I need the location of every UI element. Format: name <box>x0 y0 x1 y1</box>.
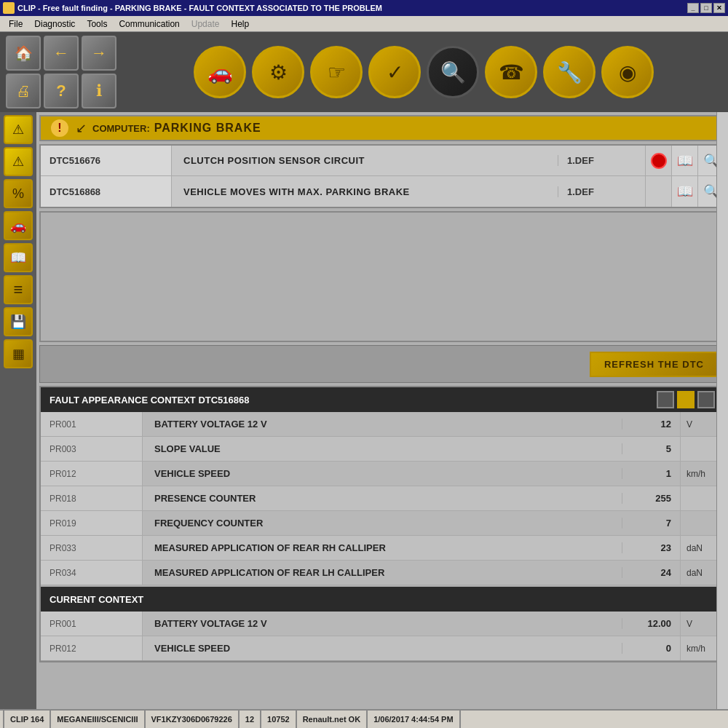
red-circle-icon <box>651 153 667 169</box>
ctx-row-3: PR018 PRESENCE COUNTER 255 <box>41 486 724 511</box>
ctx-square-btn-2[interactable] <box>677 391 695 408</box>
status-num: 10752 <box>261 711 297 728</box>
dtc-book-btn-2[interactable]: 📖 <box>671 176 697 207</box>
ctx-row-2: PR012 VEHICLE SPEED 1 km/h <box>41 462 724 486</box>
forward-button[interactable]: → <box>82 36 116 71</box>
cur-ctx-desc-1: VEHICLE SPEED <box>143 643 622 654</box>
side-toolbar: ⚠ ⚠ % 🚗 📖 ≡ 💾 ▦ <box>0 112 36 709</box>
ctx-pr-0: PR001 <box>41 412 143 436</box>
percent-button[interactable]: % <box>4 179 33 208</box>
ctx-pr-3: PR018 <box>41 486 143 510</box>
ctx-desc-0: BATTERY VOLTAGE 12 V <box>143 419 622 430</box>
vehicle-button[interactable]: 🚗 <box>194 46 246 98</box>
back-button[interactable]: ← <box>44 36 79 71</box>
minimize-button[interactable]: _ <box>687 3 699 13</box>
title-bar-icon <box>3 2 15 14</box>
refresh-area: REFRESH THE DTC <box>39 345 725 383</box>
close-button[interactable]: ✕ <box>713 3 725 13</box>
ctx-pr-6: PR034 <box>41 561 143 585</box>
ctx-val-6: 24 <box>622 567 680 578</box>
print-button[interactable]: 🖨 <box>6 74 41 108</box>
ctx-desc-1: SLOPE VALUE <box>143 443 622 454</box>
book-side-button[interactable]: 📖 <box>4 243 33 272</box>
menu-diagnostic[interactable]: Diagnostic <box>28 17 81 31</box>
dtc-status-2: 1.DEF <box>558 186 645 197</box>
cur-ctx-pr-1: PR012 <box>41 636 143 660</box>
fault-context-section: FAULT APPEARANCE CONTEXT DTC516868 PR001… <box>39 386 725 662</box>
toolbar-row-bottom: 🖨 ? ℹ <box>6 74 116 108</box>
scrollbar[interactable] <box>716 112 728 709</box>
ctx-desc-4: FREQUENCY COUNTER <box>143 518 622 529</box>
current-context-title: CURRENT CONTEXT <box>50 594 143 605</box>
menu-help[interactable]: Help <box>225 17 255 31</box>
ctx-row-0: PR001 BATTERY VOLTAGE 12 V 12 V <box>41 412 724 437</box>
dtc-indicator-1 <box>645 146 671 175</box>
empty-area <box>39 211 725 342</box>
computer-header: ! ↙ COMPUTER: PARKING BRAKE <box>39 115 725 141</box>
ctx-pr-2: PR012 <box>41 462 143 486</box>
menu-communication[interactable]: Communication <box>113 17 185 31</box>
ctx-val-2: 1 <box>622 468 680 479</box>
ctx-square-btn-3[interactable] <box>697 391 715 408</box>
ctx-desc-6: MEASURED APPLICATION OF REAR LH CALLIPER <box>143 567 622 578</box>
ctx-desc-2: VEHICLE SPEED <box>143 468 622 479</box>
warning2-button[interactable]: ⚠ <box>4 147 33 176</box>
cur-ctx-val-0: 12.00 <box>622 618 680 629</box>
toolbar-row-top: 🏠 ← → <box>6 36 116 71</box>
transmission-button[interactable]: ⚙ <box>252 46 304 98</box>
maximize-button[interactable]: □ <box>700 3 712 13</box>
list-button[interactable]: ≡ <box>4 275 33 304</box>
search-button[interactable]: 🔍 <box>427 46 479 98</box>
ctx-row-6: PR034 MEASURED APPLICATION OF REAR LH CA… <box>41 561 724 585</box>
dtc-book-btn-1[interactable]: 📖 <box>671 146 697 175</box>
ctx-row-1: PR003 SLOPE VALUE 5 <box>41 437 724 462</box>
warning1-button[interactable]: ⚠ <box>4 115 33 144</box>
cur-ctx-desc-0: BATTERY VOLTAGE 12 V <box>143 618 622 629</box>
car-side-button[interactable]: 🚗 <box>4 211 33 240</box>
home-button[interactable]: 🏠 <box>6 36 41 71</box>
status-vin: VF1KZY306D0679226 <box>146 711 240 728</box>
dtc-code-1: DTC516676 <box>41 146 172 175</box>
toolbar-rounds: 🚗 ⚙ ☞ ✓ 🔍 ☎ 🔧 ◉ <box>125 46 722 98</box>
help-button[interactable]: ? <box>44 74 79 108</box>
toolbar: 🏠 ← → 🖨 ? ℹ 🚗 ⚙ ☞ ✓ 🔍 ☎ 🔧 ◉ <box>0 32 728 112</box>
ctx-val-4: 7 <box>622 518 680 529</box>
cur-ctx-row-1: PR012 VEHICLE SPEED 0 km/h <box>41 636 724 661</box>
cur-ctx-val-1: 0 <box>622 643 680 654</box>
computer-arrow: ↙ <box>76 120 87 136</box>
menu-bar: File Diagnostic Tools Communication Upda… <box>0 16 728 32</box>
dtc-row-2: DTC516868 VEHICLE MOVES WITH MAX. PARKIN… <box>41 176 724 207</box>
menu-update[interactable]: Update <box>186 17 226 31</box>
cur-ctx-row-0: PR001 BATTERY VOLTAGE 12 V 12.00 V <box>41 612 724 636</box>
ctx-square-btn-1[interactable] <box>657 391 674 408</box>
save-button[interactable]: 💾 <box>4 307 33 336</box>
title-bar-text: CLIP - Free fault finding - PARKING BRAK… <box>17 4 382 12</box>
ctx-pr-5: PR033 <box>41 536 143 560</box>
toolbar-left: 🏠 ← → 🖨 ? ℹ <box>6 36 116 108</box>
menu-tools[interactable]: Tools <box>81 17 113 31</box>
phone-button[interactable]: ☎ <box>485 46 537 98</box>
checklist-button[interactable]: ✓ <box>368 46 421 98</box>
dtc-table: DTC516676 CLUTCH POSITION SENSOR CIRCUIT… <box>39 144 725 208</box>
dtc-desc-1: CLUTCH POSITION SENSOR CIRCUIT <box>172 155 558 166</box>
ctx-pr-4: PR019 <box>41 511 143 535</box>
fault-context-header: FAULT APPEARANCE CONTEXT DTC516868 <box>41 387 724 412</box>
wrench-button[interactable]: 🔧 <box>543 46 596 98</box>
status-network: Renault.net OK <box>297 711 368 728</box>
dtc-empty-indicator-2 <box>645 176 671 207</box>
status-vehicle: MEGANEIII/SCENICIII <box>51 711 145 728</box>
ctx-row-5: PR033 MEASURED APPLICATION OF REAR RH CA… <box>41 536 724 561</box>
computer-label: COMPUTER: <box>92 123 150 134</box>
warning-icon: ! <box>50 118 70 138</box>
ctx-val-0: 12 <box>622 419 680 430</box>
touch-button[interactable]: ☞ <box>310 46 363 98</box>
ctx-val-1: 5 <box>622 443 680 454</box>
info-button[interactable]: ℹ <box>82 74 116 108</box>
current-context-header: CURRENT CONTEXT <box>41 587 724 612</box>
barcode-button[interactable]: ▦ <box>4 339 33 368</box>
menu-file[interactable]: File <box>3 17 28 31</box>
ctx-row-4: PR019 FREQUENCY COUNTER 7 <box>41 511 724 536</box>
refresh-dtc-button[interactable]: REFRESH THE DTC <box>590 352 719 377</box>
title-bar-controls: _ □ ✕ <box>687 3 725 13</box>
badge-button[interactable]: ◉ <box>601 46 654 98</box>
